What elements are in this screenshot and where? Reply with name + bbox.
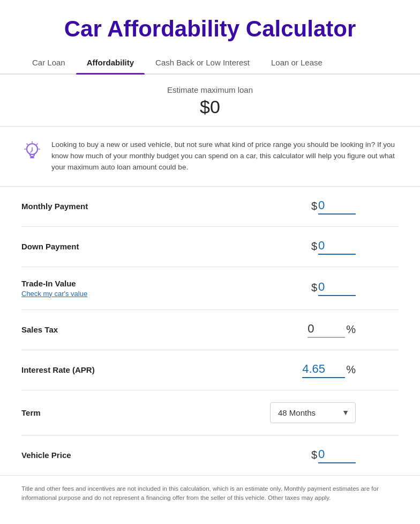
- term-label-group: Term: [21, 408, 139, 417]
- check-cars-value-link[interactable]: Check my car's value: [21, 290, 139, 298]
- svg-line-3: [36, 144, 38, 145]
- term-select-wrapper: 12 Months 24 Months 36 Months 48 Months …: [270, 402, 356, 423]
- form-section: Monthly Payment $ Down Payment $ Trade-I…: [0, 187, 420, 475]
- trade-in-label: Trade-In Value: [21, 279, 139, 288]
- interest-rate-label: Interest Rate (APR): [21, 365, 139, 374]
- down-payment-currency: $: [311, 240, 317, 255]
- tab-cash-back[interactable]: Cash Back or Low Interest: [145, 53, 260, 73]
- vehicle-price-input-group: $: [311, 447, 356, 463]
- estimate-value: $0: [11, 97, 409, 117]
- monthly-payment-label: Monthly Payment: [21, 202, 139, 211]
- vehicle-price-label-group: Vehicle Price: [21, 451, 139, 460]
- down-payment-row: Down Payment $: [21, 227, 399, 267]
- sales-tax-percent: %: [346, 323, 356, 338]
- monthly-payment-row: Monthly Payment $: [21, 187, 399, 227]
- down-payment-input-group: $: [311, 239, 356, 255]
- page-title: Car Affordability Calculator: [0, 0, 420, 53]
- vehicle-price-row: Vehicle Price $: [21, 436, 399, 475]
- monthly-payment-currency: $: [311, 200, 317, 215]
- sales-tax-label: Sales Tax: [21, 325, 139, 334]
- monthly-payment-input[interactable]: [318, 198, 356, 215]
- tab-affordability[interactable]: Affordability: [76, 53, 145, 73]
- trade-in-input-group: $: [311, 280, 356, 296]
- down-payment-label: Down Payment: [21, 242, 139, 251]
- sales-tax-input-group: %: [308, 322, 356, 338]
- interest-rate-input-group: %: [302, 362, 356, 378]
- trade-in-label-group: Trade-In Value Check my car's value: [21, 279, 139, 298]
- vehicle-price-currency: $: [311, 449, 317, 463]
- vehicle-price-label: Vehicle Price: [21, 451, 139, 460]
- trade-in-row: Trade-In Value Check my car's value $: [21, 267, 399, 310]
- lightbulb-icon: [21, 141, 43, 162]
- vehicle-price-input[interactable]: [318, 447, 356, 463]
- svg-line-8: [31, 151, 32, 152]
- estimate-label: Estimate maximum loan: [11, 85, 409, 94]
- page-container: Car Affordability Calculator Car Loan Af…: [0, 0, 420, 519]
- down-payment-label-group: Down Payment: [21, 242, 139, 251]
- trade-in-input[interactable]: [318, 280, 356, 296]
- term-select[interactable]: 12 Months 24 Months 36 Months 48 Months …: [270, 402, 356, 423]
- tabs-container: Car Loan Affordability Cash Back or Low …: [0, 53, 420, 75]
- tab-car-loan[interactable]: Car Loan: [21, 53, 76, 73]
- estimate-section: Estimate maximum loan $0: [0, 75, 420, 127]
- term-label: Term: [21, 408, 139, 417]
- tab-loan-or-lease[interactable]: Loan or Lease: [260, 53, 333, 73]
- svg-line-4: [27, 144, 28, 145]
- disclaimer: Title and other fees and incentives are …: [0, 475, 420, 519]
- term-row: Term 12 Months 24 Months 36 Months 48 Mo…: [21, 390, 399, 436]
- interest-rate-input[interactable]: [302, 362, 345, 378]
- trade-in-currency: $: [311, 282, 317, 296]
- interest-rate-row: Interest Rate (APR) %: [21, 350, 399, 390]
- interest-rate-percent: %: [346, 364, 356, 378]
- interest-rate-label-group: Interest Rate (APR): [21, 365, 139, 374]
- monthly-payment-label-group: Monthly Payment: [21, 202, 139, 211]
- info-text: Looking to buy a new or used vehicle, bu…: [51, 139, 399, 173]
- info-section: Looking to buy a new or used vehicle, bu…: [0, 127, 420, 187]
- sales-tax-row: Sales Tax %: [21, 310, 399, 350]
- sales-tax-label-group: Sales Tax: [21, 325, 139, 334]
- down-payment-input[interactable]: [318, 239, 356, 255]
- sales-tax-input[interactable]: [308, 322, 345, 338]
- monthly-payment-input-group: $: [311, 198, 356, 215]
